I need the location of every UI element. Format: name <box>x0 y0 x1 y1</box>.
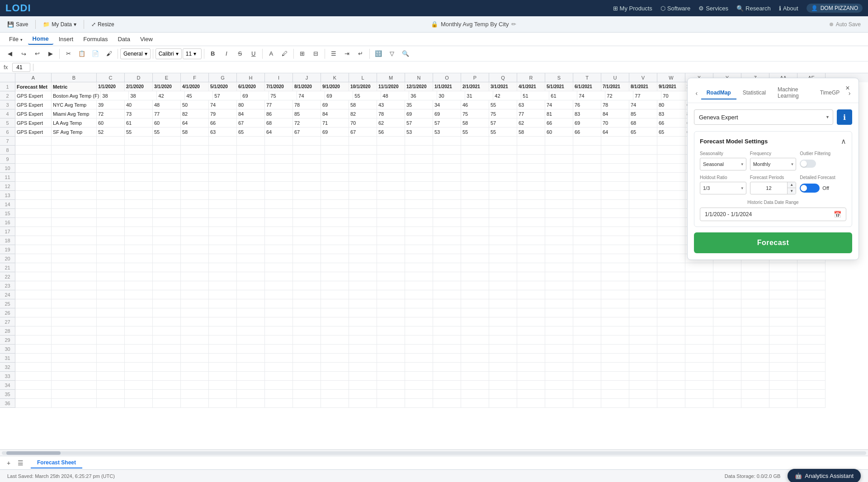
filter-button[interactable]: ▽ <box>386 48 398 60</box>
empty-cell[interactable] <box>15 390 52 399</box>
col-header-n[interactable]: N <box>405 73 433 82</box>
empty-cell[interactable] <box>321 200 349 209</box>
cell-r4-b[interactable]: Miami Avg Temp <box>52 109 97 118</box>
empty-cell[interactable] <box>153 363 181 372</box>
empty-cell[interactable] <box>265 182 293 191</box>
empty-cell[interactable] <box>489 317 517 326</box>
cell-r2-c[interactable]: 38 <box>101 91 129 100</box>
empty-cell[interactable] <box>321 363 349 372</box>
empty-cell[interactable] <box>321 209 349 218</box>
empty-cell[interactable] <box>321 263 349 272</box>
font-size-dropdown[interactable]: 11 ▾ <box>183 48 202 59</box>
empty-cell[interactable] <box>573 254 601 263</box>
cell-r6-g[interactable]: 63 <box>209 128 237 137</box>
empty-cell[interactable] <box>153 336 181 345</box>
empty-cell[interactable] <box>601 263 629 272</box>
col-header-s[interactable]: S <box>545 73 573 82</box>
empty-cell[interactable] <box>349 137 377 146</box>
empty-cell[interactable] <box>517 390 545 399</box>
cell-r4-r[interactable]: 77 <box>517 109 545 118</box>
empty-cell[interactable] <box>629 191 657 200</box>
empty-cell[interactable] <box>181 245 209 254</box>
empty-cell[interactable] <box>293 137 321 146</box>
empty-cell[interactable] <box>741 354 769 363</box>
empty-cell[interactable] <box>629 390 657 399</box>
empty-cell[interactable] <box>293 308 321 317</box>
col-header-k[interactable]: K <box>321 73 349 82</box>
cell-r2-o[interactable]: 30 <box>437 91 465 100</box>
empty-cell[interactable] <box>265 317 293 326</box>
empty-cell[interactable] <box>769 317 797 326</box>
empty-cell[interactable] <box>237 299 265 308</box>
empty-cell[interactable] <box>741 372 769 381</box>
cell-r6-j[interactable]: 67 <box>293 128 321 137</box>
empty-cell[interactable] <box>321 146 349 155</box>
empty-cell[interactable] <box>52 281 97 290</box>
empty-cell[interactable] <box>433 290 461 299</box>
cell-r5-s[interactable]: 66 <box>545 118 573 128</box>
empty-cell[interactable] <box>713 281 741 290</box>
cell-r6-n[interactable]: 53 <box>405 128 433 137</box>
empty-cell[interactable] <box>629 155 657 164</box>
empty-cell[interactable] <box>125 272 153 281</box>
cell-r1-g[interactable]: 5/1/2020 <box>209 82 237 91</box>
empty-cell[interactable] <box>657 363 685 372</box>
empty-cell[interactable] <box>545 146 573 155</box>
empty-cell[interactable] <box>517 308 545 317</box>
empty-cell[interactable] <box>52 381 97 390</box>
empty-cell[interactable] <box>629 281 657 290</box>
empty-cell[interactable] <box>321 372 349 381</box>
empty-cell[interactable] <box>489 245 517 254</box>
empty-cell[interactable] <box>545 236 573 245</box>
empty-cell[interactable] <box>433 191 461 200</box>
empty-cell[interactable] <box>97 336 125 345</box>
empty-cell[interactable] <box>573 146 601 155</box>
empty-cell[interactable] <box>321 290 349 299</box>
empty-cell[interactable] <box>52 191 97 200</box>
cell-r5-g[interactable]: 66 <box>209 118 237 128</box>
cell-r2-p[interactable]: 31 <box>465 91 493 100</box>
empty-cell[interactable] <box>125 209 153 218</box>
empty-cell[interactable] <box>52 326 97 336</box>
empty-cell[interactable] <box>97 290 125 299</box>
find-button[interactable]: 🔍 <box>399 48 412 60</box>
empty-cell[interactable] <box>97 372 125 381</box>
empty-cell[interactable] <box>629 381 657 390</box>
menu-file[interactable]: File ▾ <box>5 34 27 44</box>
cell-r2-v[interactable]: 77 <box>633 91 661 100</box>
empty-cell[interactable] <box>349 299 377 308</box>
empty-cell[interactable] <box>209 363 237 372</box>
empty-cell[interactable] <box>125 390 153 399</box>
empty-cell[interactable] <box>489 218 517 227</box>
cell-r3-e[interactable]: 48 <box>153 100 181 109</box>
empty-cell[interactable] <box>517 381 545 390</box>
format-cells-button[interactable]: 🔠 <box>372 48 385 60</box>
cell-r5-w[interactable]: 66 <box>657 118 685 128</box>
empty-cell[interactable] <box>349 164 377 173</box>
cell-r5-l[interactable]: 70 <box>349 118 377 128</box>
cell-r2-e[interactable]: 42 <box>157 91 185 100</box>
empty-cell[interactable] <box>685 381 713 390</box>
cell-r2-k[interactable]: 69 <box>325 91 353 100</box>
empty-cell[interactable] <box>405 281 433 290</box>
cell-r6-o[interactable]: 53 <box>433 128 461 137</box>
empty-cell[interactable] <box>545 381 573 390</box>
empty-cell[interactable] <box>209 390 237 399</box>
empty-cell[interactable] <box>573 218 601 227</box>
empty-cell[interactable] <box>125 164 153 173</box>
resize-button[interactable]: ⤢ Resize <box>88 20 118 29</box>
empty-cell[interactable] <box>265 200 293 209</box>
empty-cell[interactable] <box>293 218 321 227</box>
empty-cell[interactable] <box>601 245 629 254</box>
empty-cell[interactable] <box>489 290 517 299</box>
empty-cell[interactable] <box>685 354 713 363</box>
empty-cell[interactable] <box>601 363 629 372</box>
empty-cell[interactable] <box>657 245 685 254</box>
empty-cell[interactable] <box>293 155 321 164</box>
empty-cell[interactable] <box>573 345 601 354</box>
menu-insert[interactable]: Insert <box>54 34 78 44</box>
empty-cell[interactable] <box>405 218 433 227</box>
empty-cell[interactable] <box>657 200 685 209</box>
empty-cell[interactable] <box>181 326 209 336</box>
empty-cell[interactable] <box>461 137 489 146</box>
